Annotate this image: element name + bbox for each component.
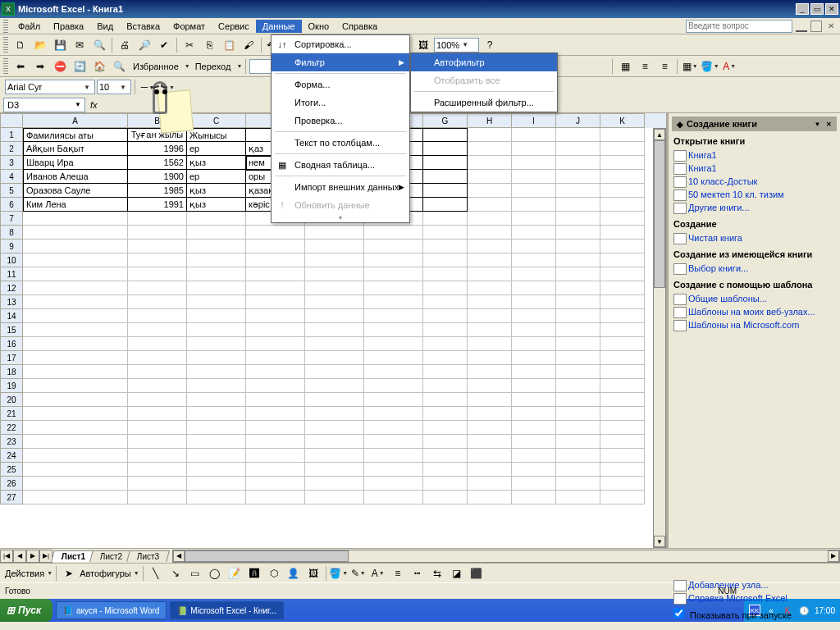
cell[interactable] [128,226,187,240]
home-icon[interactable]: 🏠 [90,57,108,75]
cell[interactable] [423,198,468,212]
cell[interactable] [246,281,305,295]
picture-icon[interactable]: 🖼 [304,564,322,582]
menu-item[interactable]: Текст по столбцам... [272,134,409,152]
cell[interactable] [512,184,556,198]
cell[interactable] [187,253,246,267]
cell[interactable] [512,198,556,212]
cell[interactable] [305,435,364,449]
web-search-icon[interactable]: 🔍 [110,57,128,75]
column-header[interactable]: G [423,113,468,128]
save-icon[interactable]: 💾 [51,36,69,54]
menu-tools[interactable]: Сервис [212,20,256,33]
cell[interactable] [187,407,246,421]
cell[interactable] [128,379,187,393]
cell[interactable] [246,491,305,504]
cell[interactable] [246,323,305,337]
cell[interactable] [512,309,556,323]
forward-icon[interactable]: ➡ [31,57,49,75]
menu-help[interactable]: Справка [336,20,384,33]
cell[interactable] [364,323,423,337]
font-color-icon[interactable]: A▼ [720,57,738,75]
oval-icon[interactable]: ◯ [206,564,224,582]
menu-insert[interactable]: Вставка [120,20,167,33]
horizontal-scrollbar[interactable]: ◀ ▶ [172,550,840,563]
cell[interactable] [600,323,645,337]
row-header[interactable]: 24 [0,449,23,463]
vertical-scrollbar[interactable]: ▲ ▼ [653,128,666,548]
cell[interactable] [423,421,468,435]
cell[interactable] [246,435,305,449]
web-templates[interactable]: Шаблоны на моих веб-узлах... [672,305,837,318]
cell[interactable] [128,435,187,449]
cell[interactable] [600,281,645,295]
cell[interactable]: Ким Лена [23,198,128,212]
cell[interactable]: Иванов Алеша [23,170,128,184]
cell[interactable] [23,253,128,267]
cell[interactable] [468,184,512,198]
cell[interactable] [468,491,512,504]
cell[interactable] [600,170,645,184]
row-header[interactable]: 5 [0,184,23,198]
cell[interactable] [600,407,645,421]
row-header[interactable]: 26 [0,477,23,491]
preview-icon[interactable]: 🔎 [135,36,153,54]
cell[interactable] [468,463,512,477]
cell[interactable] [556,156,600,170]
cell[interactable] [305,491,364,504]
cell[interactable] [600,226,645,240]
cell[interactable] [305,295,364,309]
cell[interactable] [600,253,645,267]
cell[interactable] [468,156,512,170]
cell[interactable] [305,337,364,351]
cell[interactable] [600,365,645,379]
line-icon[interactable]: ╲ [147,564,165,582]
cell[interactable] [556,323,600,337]
cell[interactable] [556,435,600,449]
column-header[interactable]: J [556,113,600,128]
cell[interactable] [468,351,512,365]
cell[interactable] [512,156,556,170]
row-header[interactable]: 25 [0,463,23,477]
cell[interactable] [246,407,305,421]
scroll-down-icon[interactable]: ▼ [654,536,665,547]
taskbar-app[interactable]: 📘 акуся - Microsoft Word [56,601,167,619]
cell[interactable] [556,198,600,212]
cell[interactable] [600,393,645,407]
cell[interactable] [187,393,246,407]
arrow-style-icon[interactable]: ⇆ [428,564,446,582]
more-books[interactable]: Другие книги... [672,201,837,214]
back-icon[interactable]: ⬅ [11,57,30,75]
cell[interactable] [305,351,364,365]
cell[interactable] [305,281,364,295]
cell[interactable] [128,365,187,379]
cell[interactable] [468,142,512,156]
cell[interactable] [468,267,512,281]
cell[interactable] [128,351,187,365]
menu-data[interactable]: Данные [256,20,302,33]
cell[interactable] [128,281,187,295]
cell[interactable] [23,267,128,281]
go-button[interactable]: Переход [192,62,235,71]
cell[interactable]: Айқын Бақыт [23,142,128,156]
dash-style-icon[interactable]: ┅ [409,564,427,582]
help-icon[interactable]: ? [481,36,499,54]
copy-icon[interactable]: ⎘ [200,36,218,54]
cell[interactable] [246,421,305,435]
font-size-combo[interactable]: 10▼ [97,80,131,94]
cell[interactable] [364,295,423,309]
row-header[interactable]: 16 [0,337,23,351]
cell[interactable] [556,337,600,351]
row-header[interactable]: 18 [0,365,23,379]
cell[interactable] [364,379,423,393]
cell[interactable] [364,351,423,365]
cell[interactable] [512,421,556,435]
cell[interactable] [423,295,468,309]
line-style-icon[interactable]: ─▼ [139,78,157,96]
cell[interactable] [600,463,645,477]
cell[interactable]: 1991 [128,198,187,212]
paste-icon[interactable]: 📋 [220,36,238,54]
cell[interactable] [556,267,600,281]
cell[interactable] [128,212,187,226]
cell[interactable] [364,281,423,295]
